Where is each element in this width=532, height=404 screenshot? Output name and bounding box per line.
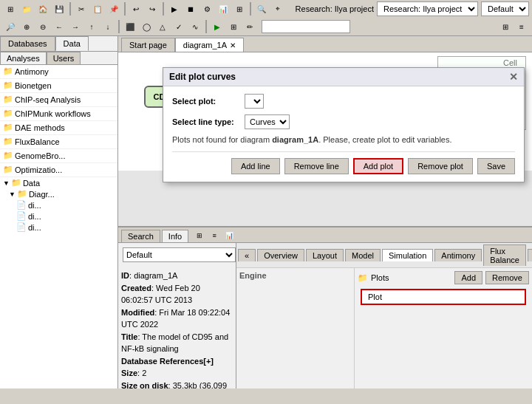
remove-line-button[interactable]: Remove line [284,158,349,174]
tb-run[interactable]: ▶ [167,1,182,16]
tb2-1[interactable]: 🔎 [3,19,18,34]
tb2-grid[interactable]: ⊞ [226,19,241,34]
sidebar-item-label: Data [23,179,40,188]
tb2-8[interactable]: ⬛ [123,19,137,34]
research-select[interactable]: Research: Ilya project [377,1,478,16]
tab-info[interactable]: Info [162,230,188,242]
info-title-val: The model of CD95 and NF-kB signaling [121,332,228,354]
tb-stop[interactable]: ⏹ [183,1,198,16]
sidebar-item-diagr[interactable]: ▼ 📁 Diagr... [0,188,117,199]
tb-search[interactable]: 🔍 [254,1,269,16]
file-icon-di3: 📄 [16,222,27,232]
tb2-run[interactable]: ▶ [210,19,225,34]
tab-databases[interactable]: Databases [0,36,55,51]
select-line-type-label: Select line type: [172,117,239,126]
tb-zoom[interactable]: ⌖ [270,1,285,16]
tab-nav-left[interactable]: « [238,249,256,261]
tb2-view2[interactable]: ≡ [514,19,529,34]
toolbar-search-input[interactable] [262,20,350,33]
dialog-close-button[interactable]: ✕ [509,71,518,83]
tab-data[interactable]: Data [55,36,89,51]
tab-users[interactable]: Users [47,52,81,64]
folder-icon-flux: 📁 [3,137,13,147]
tab-simulation[interactable]: Simulation [382,249,433,261]
file-icon-di1: 📄 [16,200,27,210]
tb2-9[interactable]: ◯ [139,19,154,34]
tb-home[interactable]: 🏠 [35,1,50,16]
tab-diagram-1a[interactable]: diagram_1A ✕ [175,38,244,52]
tb2-10[interactable]: △ [155,19,170,34]
tab-flux-balance[interactable]: Flux Balance [483,244,526,266]
sidebar-list: 📁 Antimony 📁 Bionetgen 📁 ChIP-seq Analys… [0,65,117,388]
bottom-icon-grid[interactable]: ⊞ [193,229,206,242]
sidebar-item-chipmunk[interactable]: 📁 ChIPMunk workflows [0,107,117,121]
folder-icon-dae: 📁 [3,123,13,133]
sidebar-item-di3[interactable]: 📄 di... [0,222,117,233]
tb2-5[interactable]: → [68,19,83,34]
sidebar-item-label: Bionetgen [15,81,52,90]
info-dbrefs-key[interactable]: Database References[+] [121,357,214,366]
tab-antimony[interactable]: Antimony [434,249,482,261]
plot-item-plot[interactable]: Plot [361,289,526,305]
add-line-button[interactable]: Add line [231,158,280,174]
plots-controls: Add Remove [454,271,529,284]
sidebar-item-chipseq[interactable]: 📁 ChIP-seq Analysis [0,93,117,107]
tb-redo[interactable]: ↪ [145,1,160,16]
bottom-icon-list[interactable]: ≡ [208,229,221,242]
tb2-6[interactable]: ↑ [84,19,99,34]
add-plot-button[interactable]: Add plot [353,158,403,174]
tab-layout[interactable]: Layout [306,249,344,261]
tb-copy[interactable]: 📋 [90,1,105,16]
select-plot-dropdown[interactable] [245,94,264,109]
tb2-4[interactable]: ← [52,19,66,34]
bottom-content: Default ID: diagram_1A Created: Wed Feb … [118,243,532,388]
sidebar-item-antimony[interactable]: 📁 Antimony [0,65,117,79]
plots-add-button[interactable]: Add [454,271,482,284]
tb-new[interactable]: ⊞ [3,1,18,16]
tb2-view1[interactable]: ⊞ [498,19,513,34]
sidebar-item-genomebro[interactable]: 📁 GenomeBro... [0,149,117,163]
tb-settings[interactable]: ⚙ [200,1,214,16]
tab-analyses[interactable]: Analyses [0,52,47,64]
tab-close-icon[interactable]: ✕ [230,41,236,49]
dialog-buttons: Add line Remove line Add plot Remove plo… [172,151,515,174]
tab-nav-right[interactable]: » [528,249,532,261]
sidebar-item-label: ChIP-seq Analysis [15,95,81,104]
bottom-left-select[interactable]: Default [123,247,236,262]
sidebar-item-di2[interactable]: 📄 di... [0,210,117,222]
info-modified-key: Modified [121,308,154,317]
sidebar-item-fluxbalance[interactable]: 📁 FluxBalance [0,135,117,149]
tb-save[interactable]: 💾 [52,1,66,16]
save-button[interactable]: Save [477,158,515,174]
tb-paste[interactable]: 📌 [106,1,121,16]
sidebar-item-optimizatio[interactable]: 📁 Optimizatio... [0,163,117,177]
tb-open[interactable]: 📁 [19,1,34,16]
sidebar-item-label: Optimizatio... [15,165,62,174]
tb2-2[interactable]: ⊕ [19,19,34,34]
tb-chart[interactable]: 📊 [216,1,231,16]
tb2-7[interactable]: ↓ [100,19,115,34]
info-size: Size: 2 [121,367,233,380]
sidebar-item-di1[interactable]: 📄 di... [0,199,117,210]
bottom-icon-chart[interactable]: 📊 [222,229,236,242]
tab-start-page[interactable]: Start page [121,38,175,52]
tb2-11[interactable]: ✓ [171,19,186,34]
default-select[interactable]: Default [481,1,529,16]
info-created-key: Created [121,284,151,292]
engine-header: Engine [239,271,351,280]
sidebar-item-dae[interactable]: 📁 DAE methods [0,121,117,135]
sidebar-item-data[interactable]: ▼ 📁 Data [0,177,117,188]
tb-undo[interactable]: ↩ [129,1,143,16]
tab-search[interactable]: Search [121,230,160,242]
tb2-12[interactable]: ∿ [188,19,202,34]
select-line-type-dropdown[interactable]: Curves [245,114,290,129]
plots-remove-button[interactable]: Remove [485,271,529,284]
tab-overview[interactable]: Overview [257,249,304,261]
sidebar-item-bionetgen[interactable]: 📁 Bionetgen [0,79,117,93]
tb2-3[interactable]: ⊖ [35,19,50,34]
tb-cut[interactable]: ✂ [74,1,89,16]
tab-model[interactable]: Model [345,249,381,261]
remove-plot-button[interactable]: Remove plot [408,158,473,174]
tb2-pen[interactable]: ✏ [242,19,257,34]
tb-table[interactable]: ⊞ [232,1,247,16]
